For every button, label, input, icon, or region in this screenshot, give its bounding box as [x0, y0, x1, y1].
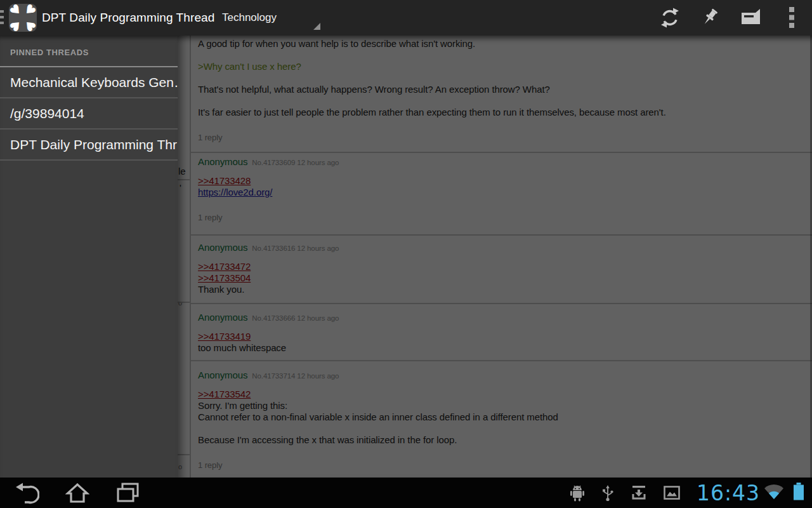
- reply-compose-icon: [740, 8, 763, 27]
- hamburger-menu-icon[interactable]: [0, 10, 4, 27]
- board-selector-spinner[interactable]: Technology: [213, 0, 327, 36]
- pin-thread-button[interactable]: [695, 0, 726, 36]
- refresh-icon: [659, 7, 681, 29]
- status-tray[interactable]: 16:43: [570, 478, 812, 508]
- pinned-threads-drawer: PINNED THREADS Mechanical Keyboards Gen……: [0, 36, 178, 478]
- drawer-item[interactable]: /g/39894014: [0, 98, 178, 130]
- back-icon: [14, 481, 39, 504]
- overflow-menu-button[interactable]: [776, 0, 807, 36]
- action-bar: ♥ ♥ ♥ ♥ DPT Daily Programming Thread Tec…: [0, 0, 812, 36]
- usb-connected-icon: [601, 485, 614, 502]
- pin-icon: [700, 7, 721, 29]
- overflow-dots-icon: [789, 6, 795, 29]
- nav-back-button[interactable]: [6, 478, 47, 508]
- spinner-caret-icon: [313, 23, 320, 30]
- download-tray-icon: [631, 485, 647, 501]
- home-icon: [65, 482, 89, 504]
- status-clock: 16:43: [697, 481, 760, 505]
- gallery-image-icon: [664, 486, 680, 500]
- pinned-threads-header: PINNED THREADS: [0, 36, 178, 67]
- recent-apps-icon: [116, 482, 140, 504]
- app-logo-clover-icon[interactable]: ♥ ♥ ♥ ♥: [9, 4, 37, 32]
- board-selector-label: Technology: [222, 0, 277, 36]
- drawer-item[interactable]: Mechanical Keyboards Gen…: [0, 67, 178, 98]
- reply-button[interactable]: [736, 0, 766, 36]
- usb-debugging-android-icon: [570, 485, 585, 502]
- nav-recents-button[interactable]: [108, 478, 148, 508]
- drawer-item[interactable]: DPT Daily Programming Thr…: [0, 130, 178, 161]
- nav-home-button[interactable]: [57, 478, 98, 508]
- system-nav-bar: 16:43: [0, 478, 812, 508]
- wifi-icon: [763, 483, 785, 503]
- battery-icon: [793, 483, 804, 503]
- drawer-scrim[interactable]: [178, 36, 812, 478]
- pinned-threads-list: Mechanical Keyboards Gen…/g/39894014DPT …: [0, 67, 178, 161]
- refresh-button[interactable]: [655, 0, 685, 36]
- thread-title: DPT Daily Programming Thread: [42, 0, 214, 36]
